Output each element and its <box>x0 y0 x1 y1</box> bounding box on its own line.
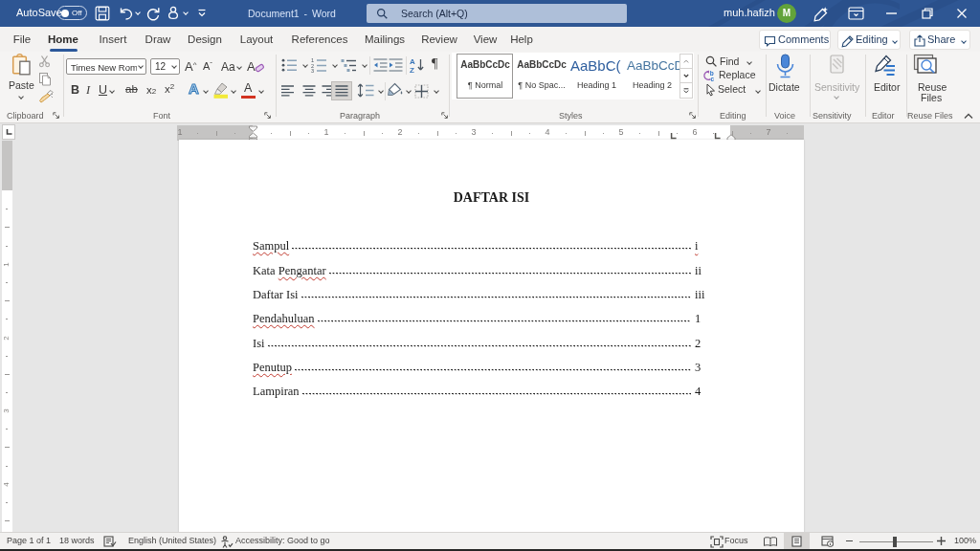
svg-text:c: c <box>711 76 715 82</box>
svg-text:Z: Z <box>410 66 414 75</box>
svg-text:3: 3 <box>311 68 314 74</box>
